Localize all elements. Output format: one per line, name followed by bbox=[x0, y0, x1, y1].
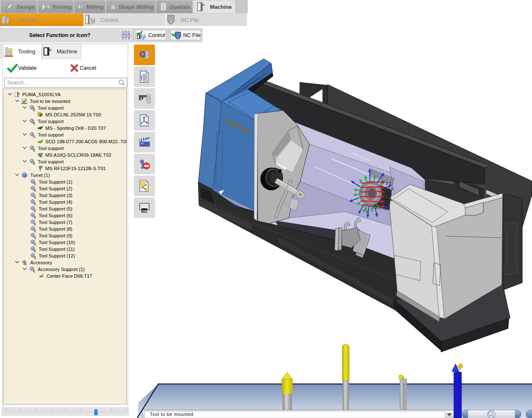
svg-text:PUMA_5100XLYA: PUMA_5100XLYA bbox=[22, 92, 61, 97]
svg-text:SCD 198-077-200 ACG5 908-M22-.: SCD 198-077-200 ACG5 908-M22-.T05 bbox=[45, 139, 127, 144]
svg-text:Accessory: Accessory bbox=[30, 260, 52, 265]
svg-text:MS A16Q-SCLCR09-18AE.T02: MS A16Q-SCLCR09-18AE.T02 bbox=[45, 152, 111, 158]
svg-text:MS RF123F15-1212B-S.T01: MS RF123F15-1212B-S.T01 bbox=[45, 166, 106, 171]
svg-text:Tool Support (7): Tool Support (7) bbox=[39, 220, 73, 225]
svg-text:T 1: T 1 bbox=[363, 209, 368, 213]
svg-text:MS - Spotting Drill - D20.T07: MS - Spotting Drill - D20.T07 bbox=[45, 126, 106, 131]
svg-text:Tool Support (6): Tool Support (6) bbox=[39, 213, 73, 218]
svg-text:Tool to be mounted: Tool to be mounted bbox=[150, 412, 194, 417]
svg-text:Tool Support (9): Tool Support (9) bbox=[39, 233, 73, 238]
svg-text:Tool Support (8): Tool Support (8) bbox=[39, 226, 73, 231]
svg-text:Tool Support (3): Tool Support (3) bbox=[39, 193, 73, 198]
svg-text:Tool support: Tool support bbox=[38, 132, 64, 137]
svg-text:Tool support: Tool support bbox=[38, 105, 64, 110]
svg-text:Tool support: Tool support bbox=[38, 119, 64, 124]
svg-text:Tool Support (4): Tool Support (4) bbox=[39, 200, 73, 205]
svg-text:Tool Support (1): Tool Support (1) bbox=[39, 179, 73, 184]
svg-text:Tool support: Tool support bbox=[38, 146, 64, 151]
svg-text:Center Face D68.T17: Center Face D68.T17 bbox=[47, 273, 92, 279]
svg-text:Accessory Support (1): Accessory Support (1) bbox=[38, 267, 85, 272]
svg-text:Tool Support (2): Tool Support (2) bbox=[39, 186, 73, 191]
svg-text:Turret (1): Turret (1) bbox=[30, 173, 50, 178]
svg-text:Tool to be mounted: Tool to be mounted bbox=[30, 99, 70, 104]
svg-text:Tool Support (5): Tool Support (5) bbox=[39, 206, 73, 211]
svg-text:8 7: 8 7 bbox=[386, 181, 391, 186]
svg-text:Tool Support (11): Tool Support (11) bbox=[39, 247, 75, 252]
svg-text:T 6: T 6 bbox=[388, 187, 393, 191]
svg-text:Tool Support (10): Tool Support (10) bbox=[39, 240, 75, 245]
svg-text:Tool support: Tool support bbox=[38, 159, 64, 164]
svg-text:T 2: T 2 bbox=[372, 205, 377, 210]
svg-text:MS DCLNL 2525M 19.T00: MS DCLNL 2525M 19.T00 bbox=[45, 112, 101, 117]
svg-text:4: 4 bbox=[390, 198, 393, 202]
svg-text:Tool Support (12): Tool Support (12) bbox=[39, 253, 75, 258]
svg-text:T 5: T 5 bbox=[387, 192, 392, 196]
svg-text:3: 3 bbox=[385, 202, 387, 207]
